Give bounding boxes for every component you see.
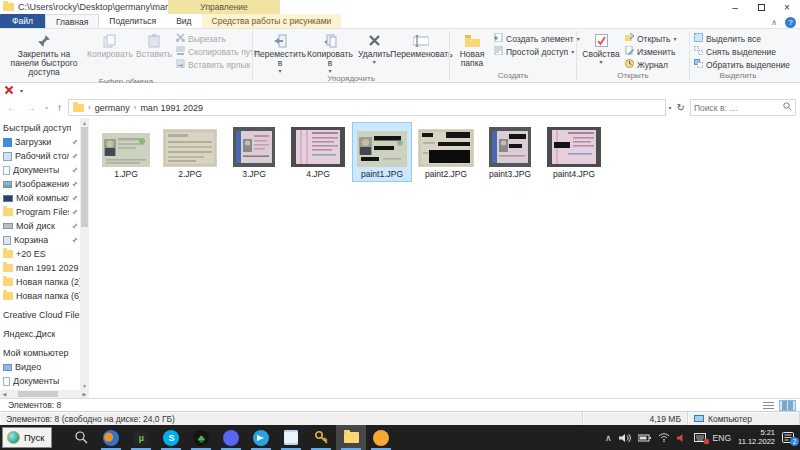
sidebar-item-my-disk[interactable]: Мой диск: [0, 219, 80, 233]
taskbar-search-button[interactable]: [66, 425, 96, 450]
minimize-button[interactable]: –: [722, 0, 748, 14]
new-folder-button[interactable]: Новая папка: [452, 30, 492, 71]
file-item-2jpg[interactable]: 2.JPG: [160, 122, 220, 182]
file-item-3jpg[interactable]: 3.JPG: [224, 122, 284, 182]
paste-button[interactable]: Вставить: [134, 30, 174, 77]
tray-clock[interactable]: 5:21 11.12.2022: [738, 429, 775, 446]
paste-shortcut-button[interactable]: Вставить ярлык: [174, 58, 250, 71]
sidebar-item-documents-tree[interactable]: Документы: [0, 374, 80, 388]
thumbnails-view-button[interactable]: [779, 400, 796, 411]
sidebar-item-man-1991-2029[interactable]: man 1991 2029: [0, 261, 80, 275]
move-to-button[interactable]: Переместить в▾: [255, 30, 305, 74]
file-item-4jpg[interactable]: 4.JPG: [288, 122, 348, 182]
sidebar-item-20es[interactable]: +20 ES: [0, 247, 80, 261]
taskbar-browser-button[interactable]: [96, 425, 126, 450]
pin-to-quick-access-button[interactable]: Закрепить на панели быстрого доступа: [2, 30, 86, 77]
history-dropdown-icon[interactable]: ▾: [42, 104, 51, 111]
breadcrumb-item-current[interactable]: man 1991 2029: [140, 103, 203, 113]
sidebar-item-new-folder-2[interactable]: Новая папка (2): [0, 275, 80, 289]
taskbar-telegram-button[interactable]: [246, 425, 276, 450]
scrollbar-thumb[interactable]: [81, 127, 88, 227]
rename-button[interactable]: Переименовать: [393, 30, 449, 74]
sidebar-item-my-computer-tree[interactable]: Мой компьютер: [0, 346, 80, 360]
wifi-icon[interactable]: [658, 433, 670, 442]
taskbar-notes-button[interactable]: [276, 425, 306, 450]
keyboard-icon[interactable]: [694, 433, 706, 442]
file-item-1jpg[interactable]: 1.JPG: [96, 122, 156, 182]
sidebar-item-downloads[interactable]: Загрузки: [0, 135, 80, 149]
breadcrumb-item-germany[interactable]: germany: [95, 103, 130, 113]
up-icon[interactable]: ↑: [54, 102, 65, 113]
action-center-icon[interactable]: 2: [782, 432, 794, 443]
sidebar-item-program-files[interactable]: Program Files: [0, 205, 80, 219]
invert-selection-button[interactable]: Обратить выделение: [692, 58, 784, 71]
select-all-button[interactable]: Выделить все: [692, 32, 784, 45]
sidebar-item-my-computer[interactable]: Мой компьютер: [0, 191, 80, 205]
sidebar-item-pictures[interactable]: Изображения: [0, 177, 80, 191]
tab-file[interactable]: Файл: [0, 14, 45, 28]
battery-icon[interactable]: [638, 434, 651, 442]
sidebar-horizontal-scrollbar[interactable]: ◀ ▶: [0, 390, 89, 398]
back-icon[interactable]: ←: [4, 102, 20, 113]
language-indicator[interactable]: ENG: [713, 433, 731, 443]
qat-customize-icon[interactable]: ▾: [20, 87, 23, 94]
tab-picture-tools[interactable]: Средства работы с рисунками: [202, 14, 342, 28]
sidebar-item-creative-cloud[interactable]: Creative Cloud Files: [0, 308, 80, 322]
taskbar-discord-button[interactable]: [216, 425, 246, 450]
copy-to-button[interactable]: Копировать в▾: [305, 30, 355, 74]
tab-share[interactable]: Поделиться: [99, 14, 166, 28]
details-view-button[interactable]: [760, 400, 777, 411]
hidden-icons-chevron[interactable]: ∧: [605, 433, 612, 443]
maximize-button[interactable]: [748, 0, 774, 14]
close-button[interactable]: ×: [774, 0, 800, 14]
taskbar-utorrent-button[interactable]: µ: [126, 425, 156, 450]
properties-button[interactable]: Свойства▾: [579, 30, 623, 71]
collapse-ribbon-icon[interactable]: ∧: [771, 18, 777, 27]
new-item-button[interactable]: Создать элемент▾: [492, 32, 574, 45]
refresh-icon[interactable]: ↻: [675, 102, 687, 113]
address-dropdown-icon[interactable]: ▾: [669, 104, 672, 111]
file-item-paint4jpg[interactable]: paint4.JPG: [544, 122, 604, 182]
taskbar-smiley-app-button[interactable]: [366, 425, 396, 450]
taskbar-explorer-button[interactable]: [336, 425, 366, 450]
forward-icon[interactable]: →: [23, 102, 39, 113]
search-box[interactable]: [690, 99, 796, 116]
select-none-button[interactable]: Снять выделение: [692, 45, 784, 58]
search-input[interactable]: [694, 103, 783, 113]
tab-view[interactable]: Вид: [166, 14, 201, 28]
file-item-paint3jpg[interactable]: paint3.JPG: [480, 122, 540, 182]
scroll-up-icon[interactable]: ▲: [80, 118, 89, 127]
edit-button[interactable]: Изменить: [623, 45, 685, 58]
sidebar-item-documents[interactable]: Документы: [0, 163, 80, 177]
sidebar-vertical-scrollbar[interactable]: ▲ ▼: [80, 118, 89, 390]
copy-path-button[interactable]: Скопировать путь: [174, 45, 250, 58]
scroll-left-icon[interactable]: ◀: [0, 391, 9, 397]
delete-button[interactable]: Удалить▾: [355, 30, 393, 74]
volume-icon[interactable]: [619, 433, 631, 443]
taskbar-clover-app-button[interactable]: ♣: [186, 425, 216, 450]
sidebar-item-yandex-disk[interactable]: Яндекс.Диск: [0, 327, 80, 341]
scroll-right-icon[interactable]: ▶: [80, 391, 89, 397]
sidebar-quick-access[interactable]: Быстрый доступ: [0, 121, 80, 135]
start-button[interactable]: Пуск: [2, 427, 52, 448]
tab-home[interactable]: Главная: [45, 14, 99, 28]
scroll-down-icon[interactable]: ▼: [80, 381, 89, 390]
sidebar-item-new-folder-6[interactable]: Новая папка (6): [0, 289, 80, 303]
sidebar-item-desktop[interactable]: Рабочий стол: [0, 149, 80, 163]
breadcrumb[interactable]: › germany › man 1991 2029: [68, 99, 666, 116]
file-item-paint1jpg-selected[interactable]: paint1.JPG: [352, 122, 412, 182]
file-item-paint2jpg[interactable]: paint2.JPG: [416, 122, 476, 182]
sidebar-item-recycle-bin[interactable]: Корзина: [0, 233, 80, 247]
title-bar[interactable]: C:\Users\rocky\Desktop\germany\man 1991 …: [0, 0, 800, 14]
taskbar-key-app-button[interactable]: [306, 425, 336, 450]
open-button[interactable]: Открыть▾: [623, 32, 685, 45]
cut-button[interactable]: Вырезать: [174, 32, 250, 45]
scrollbar-thumb[interactable]: [18, 391, 58, 397]
help-icon[interactable]: ?: [785, 17, 796, 28]
easy-access-button[interactable]: Простой доступ▾: [492, 45, 574, 58]
history-button[interactable]: Журнал: [623, 58, 685, 71]
recording-volume-icon[interactable]: [677, 433, 687, 443]
sidebar-item-videos[interactable]: Видео: [0, 360, 80, 374]
copy-button[interactable]: Копировать: [86, 30, 134, 77]
taskbar-skype-button[interactable]: S: [156, 425, 186, 450]
